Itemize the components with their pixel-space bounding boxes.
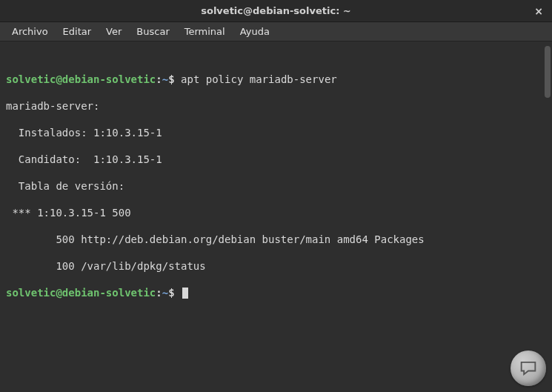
prompt-path: ~	[162, 73, 168, 85]
scrollbar[interactable]	[545, 46, 551, 98]
terminal-window: solvetic@debian-solvetic: ~ × Archivo Ed…	[0, 0, 552, 392]
menu-editar[interactable]: Editar	[56, 24, 99, 39]
menu-buscar[interactable]: Buscar	[129, 24, 176, 39]
titlebar[interactable]: solvetic@debian-solvetic: ~ ×	[0, 0, 552, 22]
chat-bubble-icon[interactable]	[511, 351, 546, 386]
menu-terminal[interactable]: Terminal	[177, 24, 233, 39]
prompt-userhost: solvetic@debian-solvetic	[6, 73, 156, 85]
command-text: apt policy mariadb-server	[181, 73, 337, 85]
output-line: Instalados: 1:10.3.15-1	[6, 126, 546, 139]
prompt-symbol: $	[168, 287, 174, 299]
prompt-sep: :	[156, 287, 162, 299]
terminal-output[interactable]: solvetic@debian-solvetic:~$ apt policy m…	[0, 41, 552, 392]
prompt-symbol: $	[168, 73, 174, 85]
prompt-sep: :	[156, 73, 162, 85]
menu-archivo[interactable]: Archivo	[4, 24, 56, 39]
output-line: mariadb-server:	[6, 99, 546, 113]
output-line: Candidato: 1:10.3.15-1	[6, 153, 546, 166]
output-line: 500 http://deb.debian.org/debian buster/…	[6, 233, 546, 246]
output-line: 100 /var/lib/dpkg/status	[6, 259, 546, 273]
menubar: Archivo Editar Ver Buscar Terminal Ayuda	[0, 22, 552, 41]
menu-ayuda[interactable]: Ayuda	[233, 24, 277, 39]
prompt-userhost: solvetic@debian-solvetic	[6, 287, 156, 299]
output-line: Tabla de versión:	[6, 179, 546, 193]
close-icon[interactable]: ×	[533, 5, 545, 17]
menu-ver[interactable]: Ver	[99, 24, 129, 39]
output-line: *** 1:10.3.15-1 500	[6, 206, 546, 219]
window-title: solvetic@debian-solvetic: ~	[201, 5, 351, 16]
prompt-path: ~	[162, 287, 168, 299]
cursor	[182, 288, 188, 299]
